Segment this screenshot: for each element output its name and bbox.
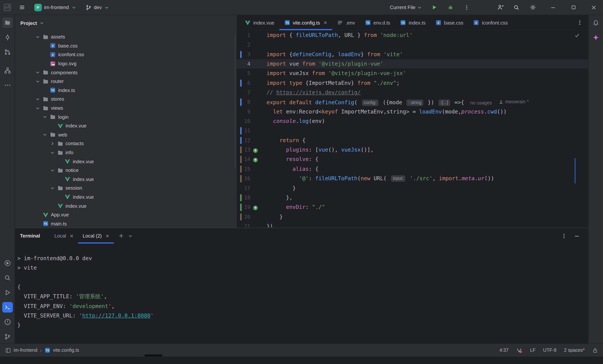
chevron-down-icon[interactable]: [35, 70, 43, 75]
close-icon[interactable]: [105, 234, 109, 238]
tree-item-session[interactable]: session: [15, 184, 234, 192]
tree-item-contacts[interactable]: contacts: [15, 139, 234, 148]
version-control-tool-icon[interactable]: [2, 331, 13, 342]
tree-item-index.vue[interactable]: index.vue: [15, 192, 234, 201]
close-icon[interactable]: [70, 234, 74, 238]
terminal-hide-icon[interactable]: [574, 233, 580, 239]
tree-item-router[interactable]: router: [15, 77, 234, 86]
tree-item-index.vue[interactable]: index.vue: [15, 201, 234, 210]
readonly-lock-icon[interactable]: [592, 347, 598, 353]
tree-item-info[interactable]: info: [15, 148, 234, 157]
problems-tool-icon[interactable]: [2, 317, 13, 327]
tree-item-notice[interactable]: notice: [15, 166, 234, 175]
project-widget-icon[interactable]: [5, 347, 11, 353]
chevron-down-icon[interactable]: [35, 34, 43, 40]
terminal-output[interactable]: > im-frontend@0.0.0 dev> vite{ VITE_APP_…: [15, 244, 588, 330]
chevron-down-icon[interactable]: [35, 105, 43, 111]
close-icon[interactable]: [324, 21, 327, 24]
terminal-tab-Local (2)[interactable]: Local (2): [78, 228, 114, 244]
indent-style[interactable]: 2 spaces*: [564, 348, 585, 353]
tree-item-App.vue[interactable]: App.vue: [15, 210, 234, 219]
code-text: import type {ImportMetaEnv} from "./env"…: [267, 78, 588, 88]
terminal-tab-Local[interactable]: Local: [50, 228, 78, 244]
tree-item-base.css[interactable]: #base.css: [15, 41, 234, 50]
run-config-selector[interactable]: Current File: [390, 4, 422, 10]
chevron-down-icon[interactable]: [42, 114, 50, 119]
tab-index.ts[interactable]: TSindex.ts: [395, 15, 430, 30]
pull-requests-tool-icon[interactable]: [2, 47, 13, 57]
tree-item-index.vue[interactable]: index.vue: [15, 121, 234, 130]
tabs-options-icon[interactable]: [577, 20, 583, 26]
run-button[interactable]: [429, 2, 439, 12]
new-terminal-icon[interactable]: [118, 233, 124, 239]
inspections-ok-icon[interactable]: [575, 33, 580, 39]
terminal-options-icon[interactable]: [561, 233, 567, 239]
terminal-dropdown-icon[interactable]: [128, 233, 133, 238]
chevron-down-icon[interactable]: [35, 79, 43, 84]
tree-item-index.vue[interactable]: index.vue: [15, 175, 234, 184]
terminal-link[interactable]: http://127.0.0.1:8080: [82, 313, 151, 318]
git-status-icon[interactable]: [516, 347, 522, 353]
chevron-down-icon[interactable]: [50, 186, 57, 191]
chevron-down-icon[interactable]: [39, 20, 45, 26]
usages-hint[interactable]: no usages: [470, 100, 492, 106]
tree-item-iconfont.css[interactable]: #iconfont.css: [15, 50, 234, 59]
tree-item-web[interactable]: web: [15, 130, 234, 139]
author-hint[interactable]: meowrain *: [499, 97, 529, 107]
window-maximize-button[interactable]: [568, 2, 578, 12]
tab-index.vue[interactable]: index.vue: [240, 15, 279, 30]
line-number: 1: [237, 31, 250, 40]
notifications-icon[interactable]: [591, 17, 601, 28]
more-actions-icon[interactable]: [462, 2, 472, 12]
statusbar-file[interactable]: vite.config.ts: [53, 348, 79, 353]
window-close-button[interactable]: [589, 2, 599, 12]
git-branch-selector[interactable]: dev: [84, 2, 111, 13]
tree-item-index.vue[interactable]: index.vue: [15, 157, 234, 166]
window-minimize-button[interactable]: [548, 2, 558, 12]
tree-item-index.ts[interactable]: TSindex.ts: [15, 86, 234, 95]
chevron-down-icon[interactable]: [50, 168, 57, 173]
chevron-right-icon[interactable]: [50, 141, 57, 146]
line-separator[interactable]: LF: [530, 348, 535, 353]
gutter-action-icon[interactable]: [253, 204, 258, 210]
main-menu-icon[interactable]: [17, 2, 27, 12]
tree-item-assets[interactable]: assets: [15, 32, 234, 41]
tab-iconfont.css[interactable]: #iconfont.css: [468, 15, 512, 30]
structure-tool-icon[interactable]: [2, 65, 13, 76]
editor-code-area[interactable]: 1import { fileURLToPath, URL } from 'nod…: [237, 31, 588, 227]
project-tool-icon[interactable]: [2, 17, 13, 28]
debug-button[interactable]: [446, 2, 455, 12]
tree-item-logo.svg[interactable]: logo.svg: [15, 59, 234, 68]
tree-item-components[interactable]: components: [15, 68, 234, 77]
tab-env.d.ts[interactable]: TSenv.d.ts: [360, 15, 395, 30]
tab-base.css[interactable]: #base.css: [430, 15, 468, 30]
tab-vite.config.ts[interactable]: TSvite.config.ts: [279, 15, 332, 30]
caret-position[interactable]: 4:37: [499, 348, 509, 353]
gutter-action-icon[interactable]: [253, 147, 258, 153]
ai-assistant-icon[interactable]: [591, 32, 601, 43]
terminal-tool-icon[interactable]: [2, 302, 13, 313]
services-tool-icon[interactable]: [2, 258, 13, 269]
chevron-down-icon[interactable]: [42, 132, 50, 137]
find-tool-icon[interactable]: [2, 273, 13, 283]
file-encoding[interactable]: UTF-8: [543, 348, 557, 353]
tree-item-main.ts[interactable]: TSmain.ts: [15, 219, 234, 228]
project-panel-title[interactable]: Project: [20, 20, 37, 26]
search-everywhere-icon[interactable]: [511, 2, 521, 12]
project-scrollbar-thumb[interactable]: [234, 34, 236, 168]
gutter-action-icon[interactable]: [253, 157, 258, 162]
more-tool-icon[interactable]: [2, 80, 13, 91]
chevron-down-icon[interactable]: [35, 96, 43, 102]
tab-.env[interactable]: .env: [332, 15, 360, 30]
chevron-down-icon[interactable]: [50, 150, 57, 155]
tree-item-views[interactable]: views: [15, 104, 234, 113]
tree-item-stores[interactable]: stores: [15, 95, 234, 104]
settings-icon[interactable]: [528, 2, 538, 12]
run-tool-icon[interactable]: [2, 287, 13, 298]
svg-text:TS: TS: [46, 349, 49, 352]
project-selector[interactable]: IF im-frontend: [33, 2, 78, 13]
statusbar-project[interactable]: im-frontend: [13, 348, 37, 353]
tree-item-login[interactable]: login: [15, 113, 234, 121]
commit-tool-icon[interactable]: [2, 32, 13, 43]
code-with-me-icon[interactable]: [495, 2, 505, 12]
